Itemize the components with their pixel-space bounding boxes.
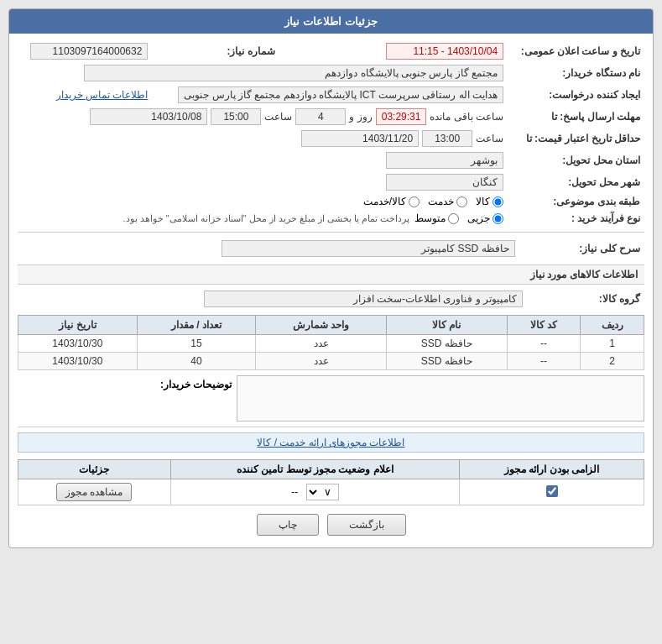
cell-unit-2: عدد: [256, 353, 387, 370]
purchase-type-label: نوع فرآیند خرید :: [508, 210, 644, 227]
purchase-note: پرداخت تمام یا بخشی از مبلغ خرید از محل …: [123, 213, 410, 224]
deadline-days: 4: [295, 108, 346, 125]
col-code: کد کالا: [507, 316, 581, 335]
city-label: شهر محل تحویل:: [508, 171, 644, 193]
need-desc-label: سرح کلی نیاز:: [519, 238, 644, 259]
category-radio-group: کالا/خدمت خدمت کالا: [22, 196, 503, 207]
provide-col-status: اعلام وضعیت مجوز توسط تامین کننده: [170, 460, 460, 479]
provide-table: الزامی بودن ارائه مجوز اعلام وضعیت مجوز …: [18, 459, 644, 505]
provide-table-body: ∨ -- مشاهده مجوز: [18, 479, 644, 505]
deadline-date: 1403/10/08: [90, 108, 207, 125]
col-name: نام کالا: [386, 316, 507, 335]
category-option-goods-service[interactable]: کالا/خدمت: [363, 196, 420, 207]
purchase-type-radio-group: متوسط جزیی: [414, 212, 503, 224]
col-row: ردیف: [581, 316, 644, 335]
need-desc-table: سرح کلی نیاز: حافظه SSD کامپیوتر: [18, 238, 644, 259]
validity-date: 1403/11/20: [301, 130, 419, 147]
purchase-type-row: متوسط جزیی پرداخت تمام یا بخشی از مبلغ خ…: [22, 212, 503, 224]
provide-btn-cell: مشاهده مجوز: [18, 479, 171, 505]
creator-label: ایجاد کننده درخواست:: [508, 84, 644, 106]
cell-date-2: 1403/10/30: [18, 353, 138, 370]
back-button[interactable]: بازگشت: [327, 514, 406, 536]
view-license-button[interactable]: مشاهده مجوز: [56, 483, 132, 501]
goods-table-header: ردیف کد کالا نام کالا واحد شمارش تعداد /…: [18, 316, 644, 335]
creator-contact-link[interactable]: اطلاعات تماس خریدار: [56, 89, 149, 101]
cell-code-2: --: [507, 353, 581, 370]
order-number-value: 1103097164000632: [30, 43, 148, 60]
remaining-time: 03:29:31: [376, 108, 427, 125]
buyer-value-cell: مجتمع گاز پارس جنوبی پالایشگاه دوازدهم: [18, 62, 508, 84]
creator-value-cell: هدایت اله رستاقی سرپرست ICT پالایشگاه دو…: [152, 84, 508, 106]
divider-1: [18, 232, 644, 233]
cell-name-2: حافظه SSD: [386, 353, 507, 370]
row-order-date: تاریخ و ساعت اعلان عمومی: 1403/10/04 - 1…: [18, 40, 644, 62]
purchase-type-radio-partial[interactable]: [493, 213, 503, 224]
col-unit: واحد شمارش: [256, 316, 387, 335]
row-buyer: نام دستگاه خریدار: مجتمع گاز پارس جنوبی …: [18, 62, 644, 84]
provide-checkbox-cell: [460, 479, 644, 505]
order-number-value-cell: 1103097164000632: [18, 40, 152, 62]
row-creator: ایجاد کننده درخواست: هدایت اله رستاقی سر…: [18, 84, 644, 106]
purchase-type-radio-medium[interactable]: [448, 213, 459, 224]
row-province: استان محل تحویل: بوشهر: [18, 149, 644, 171]
cell-row-1: 1: [581, 335, 644, 353]
row-city: شهر محل تحویل: کنگان: [18, 171, 644, 193]
row-category: طبقه بندی موضوعی: کالا/خدمت خدمت: [18, 193, 644, 210]
validity-time: 13:00: [422, 130, 472, 147]
cell-row-2: 2: [581, 353, 644, 370]
goods-data-table: ردیف کد کالا نام کالا واحد شمارش تعداد /…: [18, 315, 644, 370]
provide-header-row: الزامی بودن ارائه مجوز اعلام وضعیت مجوز …: [18, 460, 644, 479]
buyer-value: مجتمع گاز پارس جنوبی پالایشگاه دوازدهم: [84, 65, 503, 81]
row-validity: حداقل تاریخ اعتبار قیمت: تا ساعت 13:00 1…: [18, 128, 644, 149]
cell-date-1: 1403/10/30: [18, 335, 138, 353]
category-option-goods[interactable]: کالا: [476, 196, 503, 207]
category-option-service[interactable]: خدمت: [428, 196, 467, 207]
time-label: ساعت: [264, 111, 292, 123]
buyer-label: نام دستگاه خریدار:: [508, 62, 644, 84]
page-header: جزئیات اطلاعات نیاز: [9, 9, 653, 34]
order-number-label: شماره نیاز:: [152, 40, 279, 62]
row-need-desc: سرح کلی نیاز: حافظه SSD کامپیوتر: [18, 238, 644, 259]
deadline-time: 15:00: [211, 108, 261, 125]
category-radio-service[interactable]: [456, 196, 467, 207]
provide-col-details: جزئیات: [18, 460, 171, 479]
notes-section: توضیحات خریدار:: [18, 375, 644, 421]
need-desc-value: حافظه SSD کامپیوتر: [222, 240, 515, 257]
status-dash: --: [291, 486, 298, 498]
notes-label: توضیحات خریدار:: [160, 375, 232, 390]
purchase-type-partial[interactable]: جزیی: [467, 212, 503, 224]
category-radio-goods-service[interactable]: [409, 196, 420, 207]
validity-row: ساعت 13:00 1403/11/20: [22, 130, 503, 147]
cell-code-1: --: [507, 335, 581, 353]
provide-col-mandatory: الزامی بودن ارائه مجوز: [460, 460, 644, 479]
purchase-type-medium[interactable]: متوسط: [414, 212, 459, 224]
validity-label: حداقل تاریخ اعتبار قیمت: تا: [508, 128, 644, 149]
provide-table-header: الزامی بودن ارائه مجوز اعلام وضعیت مجوز …: [18, 460, 644, 479]
col-qty: تعداد / مقدار: [137, 316, 256, 335]
status-select[interactable]: ∨: [306, 484, 339, 500]
notes-box: [237, 375, 644, 421]
table-row: 2 -- حافظه SSD عدد 40 1403/10/30: [18, 353, 644, 370]
goods-table-body: 1 -- حافظه SSD عدد 15 1403/10/30 2 -- حا…: [18, 335, 644, 370]
info-table: تاریخ و ساعت اعلان عمومی: 1403/10/04 - 1…: [18, 40, 644, 227]
goods-table-header-row: ردیف کد کالا نام کالا واحد شمارش تعداد /…: [18, 316, 644, 335]
info-link[interactable]: اطلاعات مجوزهای ارائه خدمت / کالا: [257, 437, 404, 448]
goods-group-table: گروه کالا: کامپیوتر و فناوری اطلاعات-سخت…: [18, 288, 644, 310]
row-purchase-type: نوع فرآیند خرید : متوسط جزیی: [18, 210, 644, 227]
print-button[interactable]: چاپ: [257, 514, 319, 536]
answer-deadline-row: ساعت باقی مانده 03:29:31 روز و 4 ساعت 15…: [22, 108, 503, 125]
provide-section: الزامی بودن ارائه مجوز اعلام وضعیت مجوز …: [18, 459, 644, 505]
remaining-label: ساعت باقی مانده: [430, 111, 503, 123]
row-goods-group: گروه کالا: کامپیوتر و فناوری اطلاعات-سخت…: [18, 288, 644, 310]
provide-select-cell: ∨ --: [170, 479, 460, 505]
divider-2: [18, 427, 644, 427]
city-value: کنگان: [386, 174, 503, 191]
category-radio-goods[interactable]: [493, 196, 503, 207]
cell-qty-2: 40: [137, 353, 256, 370]
provide-row: ∨ -- مشاهده مجوز: [18, 479, 644, 505]
col-date: تاریخ نیاز: [18, 316, 138, 335]
mandatory-checkbox[interactable]: [546, 485, 558, 497]
creator-value: هدایت اله رستاقی سرپرست ICT پالایشگاه دو…: [178, 86, 503, 103]
goods-group-value: کامپیوتر و فناوری اطلاعات-سخت افزار: [204, 291, 523, 307]
category-label: طبقه بندی موضوعی:: [508, 193, 644, 210]
